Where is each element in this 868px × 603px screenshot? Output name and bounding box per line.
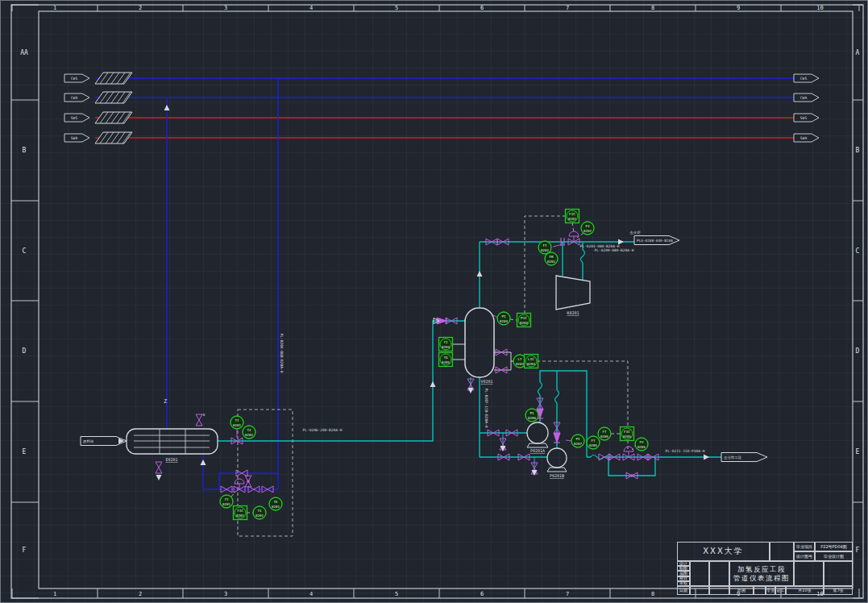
instrument-loop-number: 0201 xyxy=(236,514,244,518)
instrument-loop-number: 0207 xyxy=(574,442,582,446)
zone-number-top: 9 xyxy=(737,5,740,11)
arrow-text: 去分馏工段 xyxy=(724,455,742,460)
instrument-function: TT xyxy=(235,418,239,422)
annotation-label: PL-0206-200-B20A-H xyxy=(303,428,343,432)
flag-text: SWR xyxy=(800,136,808,140)
instrument-bubble-ti: TI0201 xyxy=(253,506,266,519)
zone-number-top: 7 xyxy=(566,5,569,11)
instrument-bubble-fv: FV0202 xyxy=(581,222,594,235)
check-valve-body xyxy=(554,433,560,443)
instrument-function: TI xyxy=(247,428,251,432)
zone-letter-right: B xyxy=(856,147,860,154)
line-tag-left: CWR xyxy=(64,94,89,102)
instrument-bubble-lic: LIC0203 xyxy=(525,355,538,368)
instrument-bubble-ti: TI0202 xyxy=(243,426,255,439)
instrument-function: TE xyxy=(273,500,278,504)
zone-letter-right: D xyxy=(856,347,860,355)
valve-body xyxy=(156,462,162,473)
pump-a-base xyxy=(527,443,548,447)
zone-letter-right: A xyxy=(856,49,860,56)
line-tag-left: CWS xyxy=(64,74,89,82)
annotation-label: K0201 xyxy=(567,310,579,315)
instrument-loop-number: 0204 xyxy=(520,321,528,325)
instrument-bubble-ft: FT0205 xyxy=(598,427,611,440)
annotation-label: Z xyxy=(164,398,167,405)
instrument-bubble-pic: PIC0204 xyxy=(517,314,531,327)
valve-glb xyxy=(245,476,251,487)
zone-letter-left: C xyxy=(23,247,27,255)
signature-column xyxy=(690,561,709,586)
separator-vessel xyxy=(465,308,494,377)
zone-number-top: 1 xyxy=(53,5,56,11)
flow-arrow xyxy=(201,460,206,465)
zone-number-top: 4 xyxy=(309,5,313,11)
battery-limit-symbol xyxy=(95,92,132,103)
valve-ctrl xyxy=(623,447,634,460)
instrument-function: FV xyxy=(585,224,590,228)
instrument-loop-number: 0206 xyxy=(528,416,536,420)
flow-arrow xyxy=(532,470,538,476)
annotation-label: PL-0209-080-B20A-H xyxy=(595,248,634,252)
instrument-function: TI xyxy=(257,509,262,513)
annotation-label: PL-0203-080-B20A-H xyxy=(580,244,620,248)
instrument-bubble-fv: FV0205 xyxy=(635,438,648,451)
pid-drawing: CWSCWSCWRCWRSWSSWSSWRSWR原料油去分馏工段PLG-0208… xyxy=(0,0,868,603)
instrument-function: FIC xyxy=(624,430,630,434)
zone-letter-right: C xyxy=(856,247,860,255)
line-break-symbol xyxy=(580,250,585,263)
valve-body xyxy=(196,414,202,426)
instrument-bubble-ti: TI0204 xyxy=(439,338,453,351)
battery-limit-symbol xyxy=(95,112,132,123)
instrument-loop-number: 0203 xyxy=(516,362,524,366)
pump-b-casing xyxy=(547,448,567,468)
scale-label: 比例 xyxy=(729,586,754,595)
instrument-loop-number: 0205 xyxy=(600,435,608,439)
scale-value xyxy=(754,586,766,595)
flow-arrow xyxy=(430,381,436,387)
project-label: 毕业项目 xyxy=(794,542,815,551)
instrument-function: PI xyxy=(530,411,534,415)
flag-text: CWS xyxy=(71,77,78,81)
instrument-loop-number: 0202 xyxy=(584,229,592,233)
instrument-loop-number: 0201 xyxy=(272,505,280,509)
instrument-bubble-fr: FR0202 xyxy=(545,252,558,265)
battery-limit-symbol xyxy=(95,73,132,84)
title-block-university: XXX大学 xyxy=(677,542,770,561)
zone-letter-left: F xyxy=(23,547,27,554)
drawing-title-line1: 加氢反应工段 xyxy=(737,566,786,573)
valve-chk xyxy=(437,318,446,324)
annotation-label: V0201 xyxy=(480,379,492,384)
line-tag-right: SWS xyxy=(794,114,819,122)
zone-letter-right: F xyxy=(856,547,860,554)
instrument-function: TI xyxy=(443,340,448,344)
flag-text: SWS xyxy=(800,116,808,120)
zone-number-bottom: 5 xyxy=(395,591,398,597)
major-label: 专业 xyxy=(766,586,775,595)
check-valve-body xyxy=(437,318,446,324)
instrument-loop-number: 0205 xyxy=(442,360,450,364)
globe-disc xyxy=(630,474,633,477)
instrument-bubble-pi: PI0207 xyxy=(571,435,584,447)
drawing-no-value: 毕业设计图 xyxy=(815,551,853,561)
instrument-function: FT xyxy=(602,430,607,434)
valve-chk xyxy=(554,433,560,443)
pump-a-casing xyxy=(527,422,548,443)
instrument-loop-number: 0202 xyxy=(547,260,555,264)
instrument-bubble-fic: FIC0202 xyxy=(566,210,579,223)
major-value: 化工 xyxy=(775,586,786,595)
diaphragm-actuator xyxy=(235,479,244,484)
flow-arrow xyxy=(477,271,483,277)
date-column xyxy=(709,561,729,586)
sheet-number: 第7张 xyxy=(824,586,853,595)
zone-number-bottom: 3 xyxy=(224,591,227,597)
annotation-label: P0201A xyxy=(530,448,545,453)
title-block-empty-cell xyxy=(824,561,853,586)
instrument-loop-number: 0201 xyxy=(233,423,241,427)
title-block-empty-cell xyxy=(770,542,794,561)
valve-gate xyxy=(196,414,202,426)
instrument-loop-number: 0201 xyxy=(222,502,230,506)
flag-text: CWR xyxy=(800,96,808,100)
title-block-empty-cell xyxy=(794,561,824,586)
drawing-title: 加氢反应工段 管道仪表流程图 xyxy=(729,561,794,586)
instrument-function: TG xyxy=(443,356,448,360)
